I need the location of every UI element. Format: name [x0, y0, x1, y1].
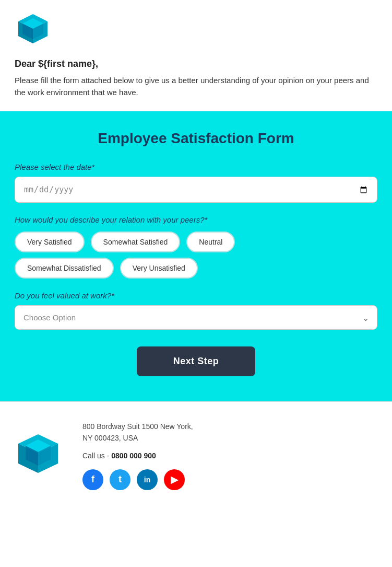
logo-area	[15, 10, 377, 49]
youtube-icon[interactable]: ▶	[164, 469, 185, 490]
twitter-icon[interactable]: t	[110, 469, 130, 490]
date-input[interactable]	[15, 177, 377, 203]
option-somewhat-dissatisfied[interactable]: Somewhat Dissatisfied	[15, 258, 114, 279]
intro-text: Please fill the form attached below to g…	[15, 75, 377, 98]
facebook-letter: f	[91, 474, 94, 485]
date-wrapper	[15, 177, 377, 203]
option-very-satisfied[interactable]: Very Satisfied	[15, 232, 85, 252]
logo-icon	[15, 10, 51, 47]
option-neutral[interactable]: Neutral	[186, 232, 235, 252]
footer-right: 800 Bordway Suit 1500 New York, NY 00042…	[82, 421, 377, 490]
social-icons: f t in ▶	[82, 469, 377, 490]
facebook-icon[interactable]: f	[82, 469, 103, 490]
footer-logo	[15, 431, 62, 480]
date-label: Please select the date*	[15, 163, 377, 171]
form-section: Employee Satisfaction Form Please select…	[0, 111, 392, 401]
peers-options-row1: Very Satisfied Somewhat Satisfied Neutra…	[15, 232, 377, 252]
form-title: Employee Satisfaction Form	[15, 130, 377, 147]
footer-logo-icon	[15, 431, 62, 478]
select-wrapper: Choose Option Yes No Sometimes ⌄	[15, 305, 377, 330]
footer: 800 Bordway Suit 1500 New York, NY 00042…	[0, 401, 392, 509]
peers-question: How would you describe your relation wit…	[15, 215, 377, 224]
linkedin-letter: in	[144, 476, 150, 484]
header: Dear ${first name}, Please fill the form…	[0, 0, 392, 111]
option-very-unsatisfied[interactable]: Very Unsatisfied	[120, 258, 198, 279]
footer-call-label: Call us -	[82, 452, 109, 460]
footer-address-line2: NY 000423, USA	[82, 434, 138, 442]
valued-question: Do you feel valued at work?*	[15, 291, 377, 300]
next-step-button[interactable]: Next Step	[137, 346, 256, 376]
footer-address: 800 Bordway Suit 1500 New York, NY 00042…	[82, 421, 377, 444]
footer-address-line1: 800 Bordway Suit 1500 New York,	[82, 422, 193, 431]
peers-options-row2: Somewhat Dissatisfied Very Unsatisfied	[15, 258, 377, 279]
footer-call: Call us - 0800 000 900	[82, 452, 377, 460]
page-wrapper: Dear ${first name}, Please fill the form…	[0, 0, 392, 567]
greeting-text: Dear ${first name},	[15, 59, 377, 70]
twitter-letter: t	[118, 474, 122, 485]
youtube-symbol: ▶	[171, 474, 178, 485]
next-btn-wrapper: Next Step	[15, 346, 377, 376]
option-somewhat-satisfied[interactable]: Somewhat Satisfied	[91, 232, 181, 252]
footer-call-number: 0800 000 900	[111, 452, 156, 460]
valued-select[interactable]: Choose Option Yes No Sometimes	[15, 305, 377, 330]
linkedin-icon[interactable]: in	[137, 469, 158, 490]
